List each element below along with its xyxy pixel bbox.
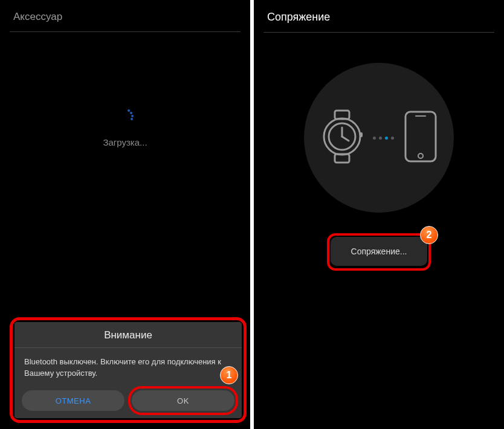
pairing-title: Сопряжение bbox=[267, 11, 491, 24]
svg-point-2 bbox=[131, 115, 134, 117]
phone-icon bbox=[404, 110, 438, 166]
pair-button-label: Сопряжение... bbox=[351, 247, 407, 256]
dialog-container: Внимание Bluetooth выключен. Включите ег… bbox=[15, 322, 242, 418]
svg-point-3 bbox=[131, 118, 133, 120]
pair-button-wrap: Сопряжение... 2 bbox=[331, 237, 427, 266]
svg-point-1 bbox=[130, 112, 132, 114]
spinner-icon bbox=[114, 105, 136, 126]
pair-area: Сопряжение... 2 bbox=[254, 33, 504, 429]
svg-rect-10 bbox=[360, 132, 363, 137]
left-panel: Аксессуар Загрузка... Внимание Bluetooth… bbox=[0, 0, 250, 429]
loading-text: Загрузка... bbox=[103, 137, 147, 147]
dialog-actions: ОТМЕНА OK bbox=[15, 390, 242, 418]
svg-line-9 bbox=[342, 137, 349, 141]
annotation-badge-2: 2 bbox=[420, 226, 438, 244]
svg-point-0 bbox=[128, 109, 130, 112]
watch-icon bbox=[321, 109, 363, 166]
right-header: Сопряжение bbox=[254, 0, 504, 32]
ok-label: OK bbox=[177, 396, 189, 405]
accessory-title: Аксессуар bbox=[13, 11, 237, 23]
annotation-badge-1: 1 bbox=[220, 366, 238, 384]
attention-dialog: Внимание Bluetooth выключен. Включите ег… bbox=[15, 322, 242, 418]
left-header: Аксессуар bbox=[0, 0, 250, 31]
right-panel: Сопряжение bbox=[254, 0, 504, 429]
pair-button[interactable]: Сопряжение... bbox=[331, 237, 427, 266]
ok-button[interactable]: OK bbox=[132, 390, 234, 411]
cancel-button[interactable]: ОТМЕНА bbox=[22, 390, 124, 411]
pairing-graphic bbox=[304, 63, 454, 213]
pairing-dots-icon bbox=[373, 137, 394, 140]
dialog-body: Bluetooth выключен. Включите его для под… bbox=[15, 348, 242, 390]
dialog-title: Внимание bbox=[15, 322, 242, 347]
svg-point-12 bbox=[418, 153, 423, 158]
cancel-label: ОТМЕНА bbox=[56, 396, 91, 405]
